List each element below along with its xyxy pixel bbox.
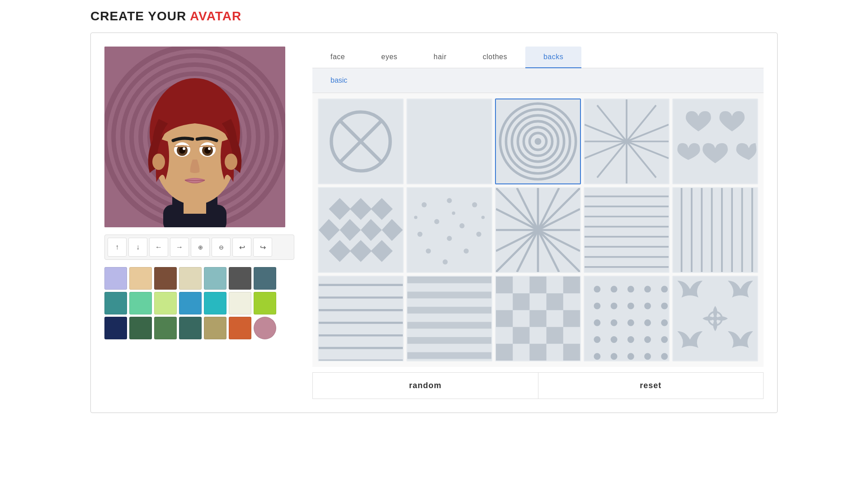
svg-point-74 (447, 236, 452, 241)
svg-rect-144 (563, 344, 580, 361)
svg-rect-130 (407, 352, 491, 359)
svg-point-148 (627, 286, 634, 292)
page-title: CREATE YOUR AVATAR (90, 9, 778, 23)
pattern-concentric[interactable] (495, 99, 581, 184)
random-button[interactable]: random (312, 372, 538, 399)
svg-point-159 (644, 319, 651, 326)
tab-clothes[interactable]: clothes (465, 47, 525, 68)
svg-point-167 (611, 353, 618, 360)
color-swatch-1[interactable] (129, 267, 152, 290)
svg-rect-125 (407, 277, 491, 283)
subtab-basic[interactable]: basic (321, 74, 356, 87)
patterns-grid (312, 93, 764, 367)
subtab-row: basic (312, 68, 764, 93)
pattern-rays-alt[interactable] (495, 187, 581, 273)
main-container: ↑ ↓ ← → ⊕ ⊖ ↩ ↪ (90, 33, 778, 413)
pattern-diamonds[interactable] (318, 187, 404, 273)
svg-point-25 (183, 147, 185, 150)
svg-rect-135 (513, 293, 529, 310)
color-swatch-19[interactable] (229, 317, 251, 339)
svg-point-155 (661, 303, 668, 310)
svg-point-70 (434, 219, 439, 224)
svg-point-146 (594, 286, 600, 292)
svg-point-76 (464, 249, 469, 253)
svg-point-164 (644, 336, 651, 343)
svg-point-69 (472, 202, 477, 207)
move-up-button[interactable]: ↑ (108, 238, 127, 257)
color-swatch-3[interactable] (179, 267, 202, 290)
color-palette (104, 267, 294, 339)
svg-rect-142 (496, 344, 513, 361)
pattern-dots-sparse[interactable] (406, 187, 492, 273)
svg-point-151 (594, 303, 600, 310)
svg-point-77 (443, 259, 448, 264)
svg-rect-124 (407, 277, 491, 361)
redo-button[interactable]: ↪ (253, 238, 272, 257)
color-swatch-20[interactable] (254, 317, 276, 339)
svg-point-150 (661, 286, 668, 292)
svg-point-67 (422, 202, 427, 207)
svg-point-75 (426, 249, 431, 253)
color-swatch-14[interactable] (104, 317, 127, 339)
color-swatch-12[interactable] (229, 292, 251, 314)
svg-rect-98 (585, 188, 669, 272)
pattern-lines-dense[interactable] (584, 187, 670, 273)
tab-eyes[interactable]: eyes (363, 47, 415, 68)
color-swatch-17[interactable] (179, 317, 202, 339)
svg-point-163 (627, 336, 634, 343)
svg-rect-32 (407, 99, 491, 183)
svg-rect-54 (673, 99, 757, 183)
reset-button[interactable]: reset (538, 372, 764, 399)
svg-rect-128 (407, 322, 491, 328)
color-swatch-4[interactable] (204, 267, 226, 290)
svg-point-166 (594, 353, 600, 360)
controls-row: ↑ ↓ ← → ⊕ ⊖ ↩ ↪ (104, 235, 294, 260)
color-swatch-10[interactable] (179, 292, 202, 314)
tab-face[interactable]: face (312, 47, 363, 68)
zoom-in-button[interactable]: ⊕ (191, 238, 210, 257)
color-swatch-9[interactable] (154, 292, 177, 314)
color-swatch-15[interactable] (129, 317, 152, 339)
pattern-lines-vertical[interactable] (672, 187, 758, 273)
color-swatch-13[interactable] (254, 292, 276, 314)
svg-point-147 (611, 286, 618, 292)
color-swatch-2[interactable] (154, 267, 177, 290)
color-swatch-7[interactable] (104, 292, 127, 314)
pattern-floral[interactable] (672, 276, 758, 361)
svg-rect-139 (563, 310, 580, 327)
color-swatch-18[interactable] (204, 317, 226, 339)
color-swatch-6[interactable] (254, 267, 276, 290)
svg-point-68 (447, 198, 452, 203)
tab-backs[interactable]: backs (525, 47, 581, 68)
move-left-button[interactable]: ← (149, 238, 168, 257)
pattern-diagonal[interactable] (318, 276, 404, 361)
svg-point-157 (611, 319, 618, 326)
color-swatch-0[interactable] (104, 267, 127, 290)
zoom-out-button[interactable]: ⊖ (212, 238, 231, 257)
color-swatch-5[interactable] (229, 267, 251, 290)
color-swatch-8[interactable] (129, 292, 152, 314)
pattern-hearts[interactable] (672, 99, 758, 184)
pattern-dots-grid[interactable] (584, 276, 670, 361)
pattern-pixel[interactable] (495, 276, 581, 361)
color-swatch-16[interactable] (154, 317, 177, 339)
svg-point-78 (414, 216, 417, 219)
move-right-button[interactable]: → (170, 238, 189, 257)
pattern-blank[interactable] (406, 99, 492, 184)
svg-point-154 (644, 303, 651, 310)
move-down-button[interactable]: ↓ (128, 238, 147, 257)
svg-point-17 (152, 154, 165, 170)
color-swatch-11[interactable] (204, 292, 226, 314)
undo-button[interactable]: ↩ (232, 238, 251, 257)
svg-point-156 (594, 319, 600, 326)
svg-point-153 (627, 303, 634, 310)
svg-point-161 (594, 336, 600, 343)
svg-point-26 (208, 147, 211, 150)
svg-rect-134 (563, 277, 580, 293)
pattern-none[interactable] (318, 99, 404, 184)
pattern-sunburst[interactable] (584, 99, 670, 184)
tab-hair[interactable]: hair (415, 47, 465, 68)
svg-rect-107 (673, 188, 757, 272)
pattern-stripes[interactable] (406, 276, 492, 361)
svg-point-73 (476, 232, 481, 237)
